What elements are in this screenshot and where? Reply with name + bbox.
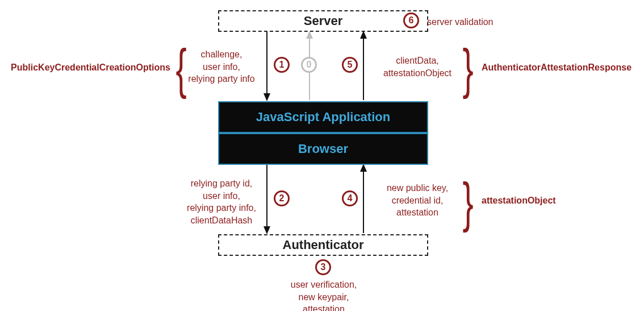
step1-detail: challenge, user info, relying party info bbox=[182, 48, 261, 85]
step-3-badge: 3 bbox=[315, 259, 331, 275]
server-validation-label: server validation bbox=[427, 16, 541, 28]
step-2-badge: 2 bbox=[274, 190, 290, 206]
attestation-object-label: attestationObject bbox=[482, 194, 624, 207]
step-1-badge: 1 bbox=[274, 57, 290, 73]
jsapp-title: JavaScript Application bbox=[256, 110, 390, 125]
step-4-badge: 4 bbox=[342, 190, 358, 206]
authenticator-title: Authenticator bbox=[283, 239, 364, 251]
step-6-badge: 6 bbox=[403, 13, 419, 28]
server-title: Server bbox=[304, 15, 343, 27]
step2-detail: relying party id, user info, relying par… bbox=[176, 177, 267, 226]
aar-label: AuthenticatorAttestationResponse bbox=[482, 61, 644, 74]
step-5-badge: 5 bbox=[342, 57, 358, 73]
pkcco-label: PublicKeyCredentialCreationOptions bbox=[0, 61, 170, 74]
step-0-badge: 0 bbox=[301, 57, 317, 73]
browser-title: Browser bbox=[298, 142, 348, 156]
step5-detail: clientData, attestationObject bbox=[372, 55, 463, 79]
server-box: Server bbox=[218, 10, 428, 32]
brace-right-top-icon: } bbox=[462, 42, 473, 96]
jsapp-box: JavaScript Application bbox=[218, 101, 428, 133]
browser-box: Browser bbox=[218, 133, 428, 165]
brace-right-mid-icon: } bbox=[462, 175, 473, 230]
step4-detail: new public key, credential id, attestati… bbox=[372, 182, 463, 219]
step3-detail: user verification, new keypair, attestat… bbox=[267, 279, 380, 311]
authenticator-box: Authenticator bbox=[218, 234, 428, 256]
